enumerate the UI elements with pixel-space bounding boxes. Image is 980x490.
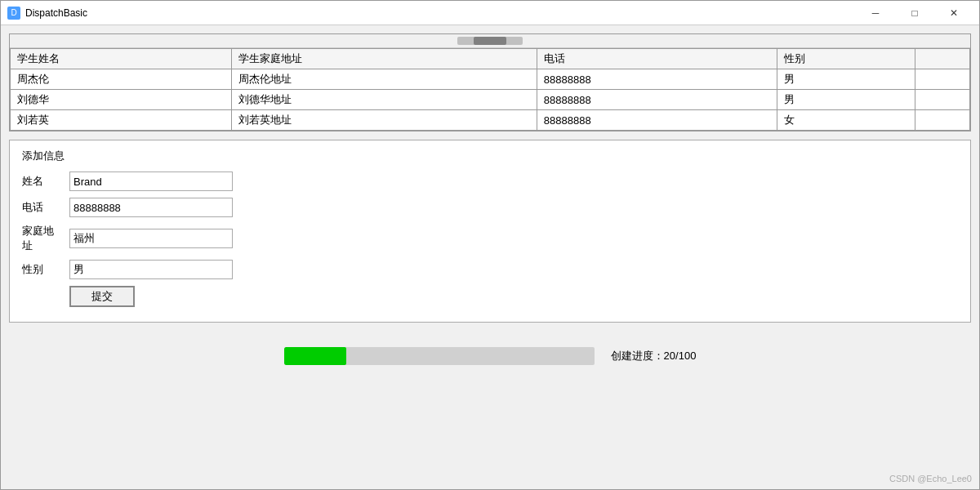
form-title: 添加信息 (22, 149, 958, 163)
progress-section: 创建进度：20/100 (9, 331, 971, 381)
table-row: 刘若英刘若英地址88888888女 (11, 110, 970, 131)
table-section: 学生姓名 学生家庭地址 电话 性别 周杰伦周杰伦地址88888888男刘德华刘德… (9, 33, 971, 131)
submit-row: 提交 (22, 286, 958, 307)
scrollbar-track[interactable] (457, 37, 523, 45)
title-bar: D DispatchBasic ─ □ ✕ (1, 1, 979, 25)
window-title: DispatchBasic (25, 7, 87, 19)
student-table: 学生姓名 学生家庭地址 电话 性别 周杰伦周杰伦地址88888888男刘德华刘德… (10, 48, 970, 131)
form-row: 家庭地址 (22, 224, 958, 253)
close-button[interactable]: ✕ (935, 1, 973, 25)
progress-bar-container (284, 347, 595, 365)
table-cell (915, 69, 970, 90)
form-label: 电话 (22, 200, 63, 215)
phone-input[interactable] (69, 198, 233, 217)
table-header-row: 学生姓名 学生家庭地址 电话 性别 (11, 49, 970, 69)
scrollbar-area (10, 34, 970, 48)
form-row: 电话 (22, 198, 958, 217)
name-input[interactable] (69, 172, 233, 191)
table-cell (915, 90, 970, 110)
table-cell: 刘若英 (11, 110, 232, 131)
form-row: 姓名 (22, 172, 958, 191)
table-cell: 88888888 (537, 69, 777, 90)
title-bar-left: D DispatchBasic (7, 7, 87, 20)
table-cell: 女 (777, 110, 915, 131)
main-window: D DispatchBasic ─ □ ✕ 学生姓名 学生家庭地址 (0, 0, 980, 490)
table-cell: 男 (777, 69, 915, 90)
table-cell: 周杰伦地址 (232, 69, 537, 90)
address-input[interactable] (69, 229, 233, 248)
table-cell (915, 110, 970, 131)
table-cell: 男 (777, 90, 915, 110)
watermark: CSDN @Echo_Lee0 (889, 474, 972, 483)
form-label: 姓名 (22, 174, 63, 189)
scrollbar-thumb[interactable] (474, 37, 506, 45)
table-cell: 88888888 (537, 110, 777, 131)
form-label: 性别 (22, 262, 63, 277)
table-cell: 刘德华地址 (232, 90, 537, 110)
table-cell: 周杰伦 (11, 69, 232, 90)
col-header-address: 学生家庭地址 (232, 49, 537, 69)
form-label: 家庭地址 (22, 224, 63, 253)
col-header-extra (915, 49, 970, 69)
col-header-phone: 电话 (537, 49, 777, 69)
content-area: 学生姓名 学生家庭地址 电话 性别 周杰伦周杰伦地址88888888男刘德华刘德… (1, 25, 979, 489)
maximize-button[interactable]: □ (896, 1, 933, 25)
col-header-gender: 性别 (777, 49, 915, 69)
minimize-button[interactable]: ─ (857, 1, 894, 25)
progress-label: 创建进度：20/100 (611, 349, 697, 363)
form-section: 添加信息 姓名电话家庭地址性别 提交 (9, 140, 971, 323)
submit-button[interactable]: 提交 (69, 286, 135, 307)
table-row: 刘德华刘德华地址88888888男 (11, 90, 970, 110)
table-row: 周杰伦周杰伦地址88888888男 (11, 69, 970, 90)
gender-input[interactable] (69, 260, 233, 279)
app-icon: D (7, 7, 20, 20)
table-cell: 刘若英地址 (232, 110, 537, 131)
form-row: 性别 (22, 260, 958, 279)
col-header-name: 学生姓名 (11, 49, 232, 69)
table-cell: 刘德华 (11, 90, 232, 110)
window-controls: ─ □ ✕ (857, 1, 973, 25)
progress-bar-fill (284, 347, 346, 365)
table-cell: 88888888 (537, 90, 777, 110)
